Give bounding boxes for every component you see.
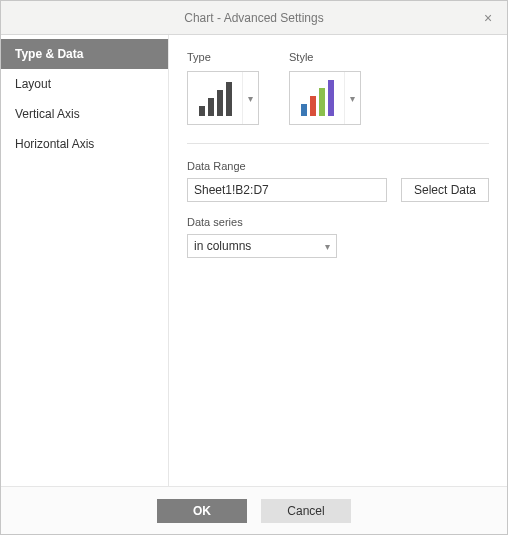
sidebar: Type & Data Layout Vertical Axis Horizon…	[1, 35, 169, 486]
data-range-input[interactable]	[187, 178, 387, 202]
style-section: Style ▾	[289, 51, 361, 125]
sidebar-item-label: Horizontal Axis	[15, 137, 94, 151]
type-label: Type	[187, 51, 259, 63]
chart-type-selector[interactable]: ▾	[187, 71, 259, 125]
column-chart-icon	[199, 82, 232, 116]
close-icon: ×	[484, 10, 492, 26]
data-series-label: Data series	[187, 216, 489, 228]
type-section: Type ▾	[187, 51, 259, 125]
sidebar-item-label: Type & Data	[15, 47, 83, 61]
chevron-down-icon: ▾	[344, 72, 360, 124]
data-range-label: Data Range	[187, 160, 489, 172]
sidebar-item-horizontal-axis[interactable]: Horizontal Axis	[1, 129, 168, 159]
chevron-down-icon: ▾	[242, 72, 258, 124]
chart-style-selector[interactable]: ▾	[289, 71, 361, 125]
data-series-section: Data series in columns ▾	[187, 216, 489, 258]
dialog-header: Chart - Advanced Settings ×	[1, 1, 507, 35]
data-series-select[interactable]: in columns ▾	[187, 234, 337, 258]
close-button[interactable]: ×	[479, 9, 497, 27]
chart-style-preview	[290, 72, 344, 124]
dialog-body: Type & Data Layout Vertical Axis Horizon…	[1, 35, 507, 486]
dialog: Chart - Advanced Settings × Type & Data …	[0, 0, 508, 535]
chevron-down-icon: ▾	[325, 241, 330, 252]
cancel-button[interactable]: Cancel	[261, 499, 351, 523]
divider	[187, 143, 489, 144]
dialog-footer: OK Cancel	[1, 486, 507, 534]
main-panel: Type ▾ Style	[169, 35, 507, 486]
data-series-value: in columns	[194, 239, 251, 253]
sidebar-item-layout[interactable]: Layout	[1, 69, 168, 99]
style-label: Style	[289, 51, 361, 63]
data-range-row: Select Data	[187, 178, 489, 202]
data-range-section: Data Range Select Data	[187, 160, 489, 202]
chart-type-preview	[188, 72, 242, 124]
dialog-title: Chart - Advanced Settings	[184, 11, 323, 25]
ok-button[interactable]: OK	[157, 499, 247, 523]
type-style-row: Type ▾ Style	[187, 51, 489, 125]
colored-column-chart-icon	[301, 80, 334, 116]
select-data-button[interactable]: Select Data	[401, 178, 489, 202]
sidebar-item-type-data[interactable]: Type & Data	[1, 39, 168, 69]
sidebar-item-label: Vertical Axis	[15, 107, 80, 121]
sidebar-item-vertical-axis[interactable]: Vertical Axis	[1, 99, 168, 129]
sidebar-item-label: Layout	[15, 77, 51, 91]
